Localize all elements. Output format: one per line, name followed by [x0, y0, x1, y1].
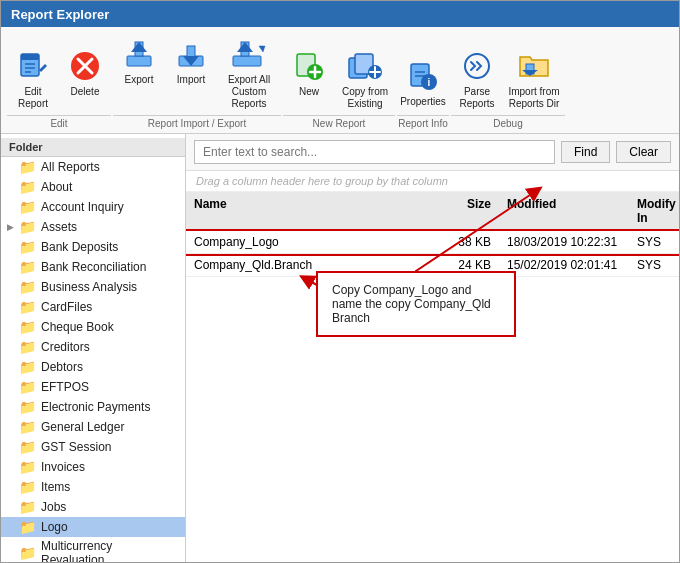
- sidebar-item-business-analysis[interactable]: 📁 Business Analysis: [1, 277, 185, 297]
- svg-point-33: [465, 54, 489, 78]
- sidebar-label: General Ledger: [41, 420, 124, 434]
- new-button[interactable]: New: [283, 43, 335, 113]
- export-label: Export: [125, 74, 154, 86]
- sidebar-item-electronic-payments[interactable]: 📁 Electronic Payments: [1, 397, 185, 417]
- sidebar-item-gst-session[interactable]: 📁 GST Session: [1, 437, 185, 457]
- import-from-dir-icon: [516, 48, 552, 84]
- sidebar-item-eftpos[interactable]: 📁 EFTPOS: [1, 377, 185, 397]
- export-icon: [121, 36, 157, 72]
- toolbar-group-edit: EditReport Delete Edit: [7, 43, 111, 129]
- sidebar-label: Multicurrency Revaluation: [41, 539, 179, 562]
- sidebar-item-debtors[interactable]: 📁 Debtors: [1, 357, 185, 377]
- toolbar-group-report-info: i Properties Report Info: [397, 53, 449, 129]
- sidebar-label: GST Session: [41, 440, 111, 454]
- toolbar-import-export-label: Report Import / Export: [113, 115, 281, 129]
- delete-label: Delete: [71, 86, 100, 98]
- sidebar-item-assets[interactable]: ▶ 📁 Assets: [1, 217, 185, 237]
- sidebar-item-bank-reconciliation[interactable]: 📁 Bank Reconciliation: [1, 257, 185, 277]
- svg-rect-15: [233, 56, 261, 66]
- sidebar-item-bank-deposits[interactable]: 📁 Bank Deposits: [1, 237, 185, 257]
- import-button[interactable]: Import: [165, 31, 217, 113]
- sidebar-label: Assets: [41, 220, 77, 234]
- sidebar: Folder 📁 All Reports 📁 About 📁 Account I…: [1, 134, 186, 562]
- sidebar-label: Cheque Book: [41, 320, 114, 334]
- copy-from-existing-label: Copy fromExisting: [342, 86, 388, 110]
- sidebar-item-cardfiles[interactable]: 📁 CardFiles: [1, 297, 185, 317]
- sidebar-item-about[interactable]: 📁 About: [1, 177, 185, 197]
- sidebar-label: Jobs: [41, 500, 66, 514]
- find-button[interactable]: Find: [561, 141, 610, 163]
- sidebar-item-multicurrency[interactable]: 📁 Multicurrency Revaluation: [1, 537, 185, 562]
- edit-report-icon: [15, 48, 51, 84]
- report-explorer-window: Report Explorer: [0, 0, 680, 563]
- sidebar-item-all-reports[interactable]: 📁 All Reports: [1, 157, 185, 177]
- content-area: Folder 📁 All Reports 📁 About 📁 Account I…: [1, 134, 679, 562]
- toolbar-report-info-label: Report Info: [397, 115, 449, 129]
- import-label: Import: [177, 74, 205, 86]
- sidebar-item-account-inquiry[interactable]: 📁 Account Inquiry: [1, 197, 185, 217]
- sidebar-label: Items: [41, 480, 70, 494]
- export-all-label: Export AllCustom Reports: [220, 74, 278, 110]
- folder-icon: 📁: [19, 459, 36, 475]
- folder-icon: 📁: [19, 479, 36, 495]
- parse-reports-label: ParseReports: [459, 86, 494, 110]
- main-panel: Find Clear Drag a column header here to …: [186, 134, 679, 562]
- table-and-diagram: Company_Logo 38 KB 18/03/2019 10:22:31 S…: [186, 231, 679, 562]
- folder-icon: 📁: [19, 499, 36, 515]
- folder-icon: 📁: [19, 319, 36, 335]
- export-button[interactable]: Export: [113, 31, 165, 113]
- copy-from-existing-icon: [347, 48, 383, 84]
- sidebar-header: Folder: [1, 138, 185, 157]
- export-all-icon: [231, 36, 267, 72]
- sidebar-label: Debtors: [41, 360, 83, 374]
- svg-marker-18: [259, 46, 265, 52]
- parse-reports-button[interactable]: ParseReports: [451, 43, 503, 113]
- expand-arrow: ▶: [7, 222, 17, 232]
- edit-report-button[interactable]: EditReport: [7, 43, 59, 113]
- import-icon: [173, 36, 209, 72]
- copy-from-existing-button[interactable]: Copy fromExisting: [335, 43, 395, 113]
- sidebar-item-logo[interactable]: 📁 Logo: [1, 517, 185, 537]
- sidebar-item-items[interactable]: 📁 Items: [1, 477, 185, 497]
- toolbar: EditReport Delete Edit: [1, 27, 679, 134]
- folder-icon: 📁: [19, 259, 36, 275]
- sidebar-item-invoices[interactable]: 📁 Invoices: [1, 457, 185, 477]
- properties-button[interactable]: i Properties: [397, 53, 449, 113]
- toolbar-group-import-export: Export Import: [113, 31, 281, 129]
- folder-icon: 📁: [19, 199, 36, 215]
- search-input[interactable]: [194, 140, 555, 164]
- folder-icon: 📁: [19, 239, 36, 255]
- annotation-container: Copy Company_Logo and name the copy Comp…: [316, 271, 516, 337]
- sidebar-label: Bank Reconciliation: [41, 260, 146, 274]
- properties-label: Properties: [400, 96, 446, 108]
- sidebar-label: Invoices: [41, 460, 85, 474]
- import-from-dir-label: Import fromReports Dir: [508, 86, 559, 110]
- delete-icon: [67, 48, 103, 84]
- sidebar-item-jobs[interactable]: 📁 Jobs: [1, 497, 185, 517]
- delete-button[interactable]: Delete: [59, 43, 111, 113]
- sidebar-label: Logo: [41, 520, 68, 534]
- svg-rect-1: [21, 54, 39, 60]
- sidebar-item-general-ledger[interactable]: 📁 General Ledger: [1, 417, 185, 437]
- sidebar-label: Business Analysis: [41, 280, 137, 294]
- folder-icon: 📁: [19, 545, 36, 561]
- folder-icon: 📁: [19, 419, 36, 435]
- clear-button[interactable]: Clear: [616, 141, 671, 163]
- title-bar: Report Explorer: [1, 1, 679, 27]
- properties-icon: i: [405, 58, 441, 94]
- toolbar-group-new-report: New Copy fromExisting New R: [283, 43, 395, 129]
- new-icon: [291, 48, 327, 84]
- svg-marker-11: [131, 42, 147, 52]
- sidebar-label: Account Inquiry: [41, 200, 124, 214]
- parse-reports-icon: [459, 48, 495, 84]
- sidebar-label: CardFiles: [41, 300, 92, 314]
- sidebar-item-creditors[interactable]: 📁 Creditors: [1, 337, 185, 357]
- sidebar-label: About: [41, 180, 72, 194]
- sidebar-item-cheque-book[interactable]: 📁 Cheque Book: [1, 317, 185, 337]
- sidebar-label: Electronic Payments: [41, 400, 150, 414]
- annotation-box: Copy Company_Logo and name the copy Comp…: [316, 271, 516, 337]
- export-all-button[interactable]: Export AllCustom Reports: [217, 31, 281, 113]
- toolbar-new-report-label: New Report: [283, 115, 395, 129]
- svg-text:i: i: [428, 77, 431, 88]
- import-from-dir-button[interactable]: Import fromReports Dir: [503, 43, 565, 113]
